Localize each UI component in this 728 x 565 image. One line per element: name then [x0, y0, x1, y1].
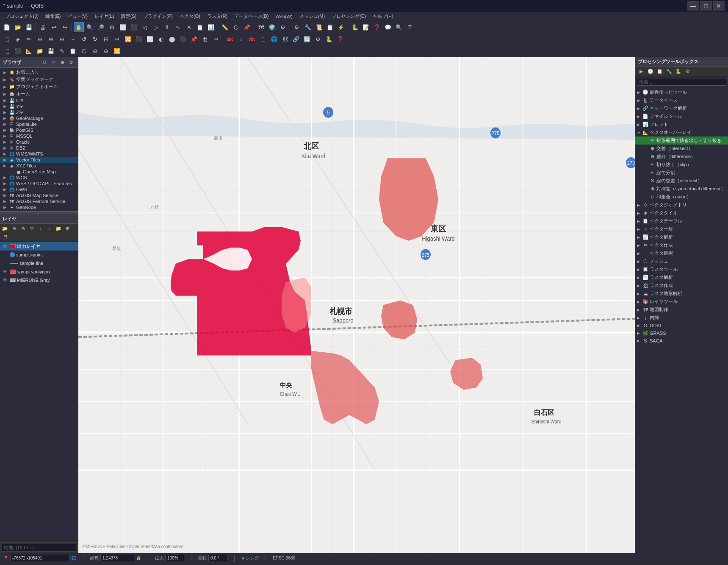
processing-search-input[interactable]: [637, 78, 726, 86]
menu-layer[interactable]: レイヤ(L): [91, 12, 117, 20]
tb-measure-area[interactable]: ⬡: [231, 22, 241, 32]
proc-item-25[interactable]: ▶⛰ラスタ地形解析: [635, 289, 728, 298]
tb2-20[interactable]: ✂: [211, 34, 221, 44]
tb2-28[interactable]: ❓: [335, 34, 345, 44]
coord-input[interactable]: [10, 555, 69, 561]
tb2-4[interactable]: ⊕: [35, 34, 45, 44]
tb-save[interactable]: 💾: [24, 22, 34, 32]
proc-history[interactable]: 🕐: [646, 67, 655, 75]
menu-database[interactable]: データベース(D): [231, 12, 272, 20]
tb3-7[interactable]: 📋: [68, 46, 78, 56]
proc-item-16[interactable]: ▶📋ベクタテーブル: [635, 217, 728, 225]
layer-tb-filter[interactable]: ▽: [28, 225, 36, 232]
browser-item-21[interactable]: ▶🗺ArcGIS Feature Service: [0, 198, 78, 204]
menu-mesh[interactable]: メッシュ(M): [296, 12, 329, 20]
tb3-1[interactable]: ⬚: [2, 46, 12, 56]
layer-tb-up[interactable]: ↑: [36, 225, 45, 232]
layer-tb-group[interactable]: 📁: [54, 225, 63, 232]
proc-item-26[interactable]: ▶📚レイヤツール: [635, 298, 728, 306]
menu-project[interactable]: プロジェクト(J): [2, 12, 42, 20]
tb-zoom-full[interactable]: ⊞: [107, 22, 117, 32]
tb-open[interactable]: 📂: [13, 22, 23, 32]
browser-refresh[interactable]: ↺: [40, 58, 49, 66]
tb2-26[interactable]: ⚙: [313, 34, 323, 44]
tb2-21[interactable]: ⬚: [258, 34, 268, 44]
tb3-5[interactable]: 💾: [46, 46, 56, 56]
proc-item-14[interactable]: ▶◇ベクタジオメトリ: [635, 201, 728, 209]
browser-item-11[interactable]: ▶🗄Oracle: [0, 139, 78, 145]
tb-zoom-selection[interactable]: ⬛: [129, 22, 139, 32]
proc-item-30[interactable]: ▶🌿GRASS: [635, 329, 728, 337]
tb-attribute[interactable]: 📋: [195, 22, 205, 32]
browser-item-22[interactable]: ▶✦GeoNode: [0, 204, 78, 210]
tb2-12[interactable]: 🔀: [123, 34, 133, 44]
menu-help[interactable]: ヘルプ(H): [369, 12, 396, 20]
tb3-3[interactable]: 📐: [24, 46, 34, 56]
tb2-24[interactable]: 🔗: [291, 34, 301, 44]
tb-georef[interactable]: 🗺: [256, 22, 266, 32]
tb3-8[interactable]: ⬡: [79, 46, 89, 56]
menu-view[interactable]: ビュー(V): [64, 12, 91, 20]
proc-item-19[interactable]: ▶✏ベクタ作成: [635, 241, 728, 249]
browser-item-14[interactable]: ▶◈Vector Tiles: [0, 157, 78, 163]
proc-item-2[interactable]: ▶🔗ネットワーク解析: [635, 104, 728, 112]
menu-processing[interactable]: プロセシング(C): [328, 12, 369, 20]
tb3-2[interactable]: ⬛: [13, 46, 23, 56]
proc-item-31[interactable]: ▶SSAGA: [635, 337, 728, 345]
browser-item-0[interactable]: ▶⭐お気に入り: [0, 69, 78, 76]
proc-item-18[interactable]: ▶📈ベクタ解析: [635, 233, 728, 241]
proc-run[interactable]: ▶: [637, 67, 645, 75]
menu-edit[interactable]: 編集(E): [42, 12, 64, 20]
browser-item-20[interactable]: ▶🗺ArcGIS Map Service: [0, 192, 78, 198]
tb-zoom-out[interactable]: 🔎: [96, 22, 106, 32]
tb2-22[interactable]: 🌐: [269, 34, 279, 44]
tb3-4[interactable]: 📁: [35, 46, 45, 56]
map-area[interactable]: 北区 Kita Ward 東区 Higashi Ward 札幌市 Sapporo…: [78, 57, 635, 553]
layer-item-1[interactable]: sample-point: [0, 250, 78, 259]
tb2-9[interactable]: ↻: [90, 34, 100, 44]
proc-item-10[interactable]: ✂線で分割: [635, 169, 728, 177]
tb2-8[interactable]: ↺: [79, 34, 89, 44]
search-input[interactable]: [2, 544, 76, 551]
minimize-button[interactable]: —: [687, 1, 699, 11]
tb2-16[interactable]: ⬤: [167, 34, 177, 44]
tb-batch[interactable]: ⚡: [336, 22, 346, 32]
layer-tb-collapse[interactable]: ⊟: [1, 233, 9, 240]
layer-item-0[interactable]: 👁出力レイヤ: [0, 242, 78, 250]
close-button[interactable]: ✕: [713, 1, 725, 11]
browser-item-17[interactable]: ▶🌐WCS: [0, 175, 78, 181]
proc-item-29[interactable]: ▶GGDAL: [635, 322, 728, 329]
browser-item-19[interactable]: ▶🌐OWS: [0, 186, 78, 192]
tb-identify[interactable]: ℹ: [162, 22, 172, 32]
tb-zoom-layer[interactable]: ⬜: [118, 22, 128, 32]
tb-deselect[interactable]: ✕: [184, 22, 194, 32]
rotation-input[interactable]: [208, 555, 227, 561]
tb2-13[interactable]: ⬛: [134, 34, 144, 44]
tb2-18[interactable]: 📌: [189, 34, 199, 44]
tb-annotation[interactable]: 📌: [242, 22, 252, 32]
tb2-23[interactable]: ⛓: [280, 34, 290, 44]
tb-zoom-next[interactable]: ▷: [151, 22, 161, 32]
menu-plugins[interactable]: プラグイン(P): [140, 12, 176, 20]
tb2-14[interactable]: ⬜: [145, 34, 155, 44]
proc-python[interactable]: 🐍: [674, 67, 683, 75]
tb2-25[interactable]: 🔄: [302, 34, 312, 44]
tb-print[interactable]: 🖨: [38, 22, 48, 32]
tb-chat[interactable]: 💬: [383, 22, 393, 32]
layer-visibility-4[interactable]: 👁: [2, 277, 8, 284]
tb2-19[interactable]: 🗑: [200, 34, 210, 44]
menu-web[interactable]: Web(W): [272, 13, 296, 20]
tb2-15[interactable]: ◐: [156, 34, 166, 44]
tb-measure[interactable]: 📏: [220, 22, 230, 32]
proc-item-6[interactable]: ✂矩形範囲で抜き出し・切り抜き: [635, 136, 728, 145]
proc-item-22[interactable]: ▶🔲ラスタツール: [635, 265, 728, 273]
browser-item-6[interactable]: ▶💾Z:¥: [0, 109, 78, 115]
tb2-10[interactable]: ⊞: [101, 34, 111, 44]
browser-item-12[interactable]: ▶🗄DB2: [0, 145, 78, 151]
layer-tb-open[interactable]: 📂: [1, 225, 9, 232]
proc-item-17[interactable]: ▶▷ベクター般: [635, 225, 728, 233]
proc-item-15[interactable]: ▶◈ベクタタイル: [635, 209, 728, 217]
proc-item-24[interactable]: ▶🖼ラスタ作成: [635, 281, 728, 289]
layer-visibility-1[interactable]: [2, 251, 8, 258]
tb2-6[interactable]: ⊖: [57, 34, 67, 44]
